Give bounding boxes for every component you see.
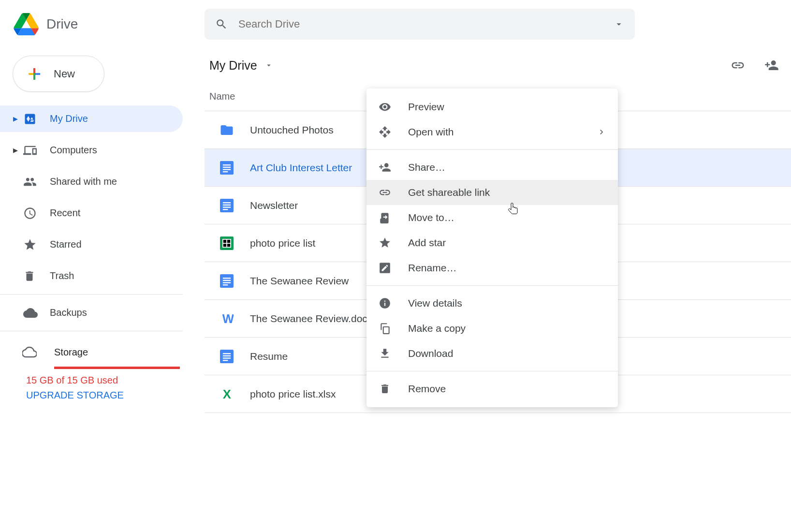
breadcrumb-row: My Drive — [205, 48, 791, 82]
search-icon — [215, 18, 228, 30]
drive-logo-icon — [14, 13, 39, 35]
sidebar-item-label: Starred — [50, 239, 82, 250]
sidebar-item-label: Recent — [50, 207, 80, 219]
ctx-open-with[interactable]: Open with — [366, 119, 618, 145]
ctx-share[interactable]: Share… — [366, 155, 618, 180]
svg-rect-12 — [223, 278, 231, 279]
sidebar-item-my-drive[interactable]: ▶ My Drive — [0, 105, 183, 132]
breadcrumb[interactable]: My Drive — [209, 59, 273, 73]
star-icon — [379, 236, 391, 249]
ctx-label: Move to… — [408, 212, 454, 223]
dropdown-icon[interactable] — [614, 19, 624, 30]
trash-icon — [23, 270, 36, 282]
ctx-get-link[interactable]: Get shareable link — [366, 180, 618, 205]
svg-rect-21 — [223, 360, 228, 361]
sidebar-item-label: Shared with me — [50, 176, 117, 187]
ctx-move-to[interactable]: Move to… — [366, 205, 618, 230]
sidebar-item-label: My Drive — [50, 113, 88, 124]
file-name: The Sewanee Review.doc — [250, 313, 367, 325]
ctx-label: Make a copy — [408, 323, 466, 334]
context-menu: Preview Open with Share… Get shareable l… — [366, 89, 618, 407]
excel-icon: X — [219, 387, 234, 401]
ctx-preview[interactable]: Preview — [366, 94, 618, 119]
info-icon — [379, 297, 391, 310]
svg-rect-4 — [223, 171, 228, 172]
ctx-label: View details — [408, 297, 462, 309]
doc-icon — [219, 199, 234, 212]
search-bar[interactable] — [205, 9, 635, 40]
ctx-add-star[interactable]: Add star — [366, 230, 618, 255]
link-icon — [379, 186, 391, 199]
ctx-label: Remove — [408, 383, 446, 395]
expand-icon[interactable]: ▶ — [13, 147, 18, 154]
svg-rect-7 — [223, 204, 231, 205]
upgrade-storage-link[interactable]: UPGRADE STORAGE — [26, 390, 183, 401]
ctx-rename[interactable]: Rename… — [366, 255, 618, 281]
star-icon — [23, 238, 37, 251]
new-button-label: New — [54, 68, 75, 80]
link-icon[interactable] — [731, 58, 745, 73]
sidebar-item-storage[interactable]: Storage — [0, 345, 183, 359]
person-add-icon[interactable] — [764, 58, 779, 73]
file-name: Art Club Interest Letter — [250, 162, 352, 174]
sidebar-item-backups[interactable]: Backups — [0, 299, 183, 326]
ctx-label: Share… — [408, 162, 445, 173]
svg-rect-20 — [223, 357, 231, 358]
ctx-download[interactable]: Download — [366, 341, 618, 366]
ctx-label: Open with — [408, 126, 454, 138]
svg-rect-1 — [223, 164, 231, 165]
svg-rect-14 — [223, 282, 231, 283]
doc-icon — [219, 161, 234, 175]
folder-move-icon — [379, 211, 391, 224]
file-name: The Sewanee Review — [250, 275, 349, 287]
svg-rect-6 — [223, 202, 231, 203]
sidebar-item-recent[interactable]: Recent — [0, 200, 183, 226]
doc-icon — [219, 350, 234, 363]
logo-area[interactable]: Drive — [14, 13, 205, 35]
doc-icon — [219, 274, 234, 288]
plus-icon — [26, 65, 43, 83]
chevron-right-icon — [597, 127, 606, 137]
file-name: photo price list.xlsx — [250, 388, 336, 400]
trash-icon — [379, 383, 391, 395]
svg-text:X: X — [223, 387, 231, 401]
svg-rect-13 — [223, 280, 231, 281]
ctx-label: Get shareable link — [408, 187, 490, 198]
storage-label: Storage — [54, 347, 88, 358]
new-button[interactable]: New — [13, 56, 104, 92]
open-with-icon — [379, 126, 391, 138]
sidebar-item-shared[interactable]: Shared with me — [0, 168, 183, 195]
download-icon — [379, 347, 391, 360]
svg-rect-2 — [223, 166, 231, 167]
person-add-icon — [379, 161, 391, 174]
svg-rect-24 — [383, 327, 389, 334]
toolbar — [731, 58, 786, 73]
svg-rect-18 — [223, 353, 231, 354]
cloud-outline-icon — [22, 345, 37, 359]
clock-icon — [23, 207, 37, 220]
edit-icon — [379, 262, 391, 274]
sheet-icon — [219, 236, 234, 250]
ctx-label: Download — [408, 348, 453, 359]
nav-list: ▶ My Drive ▶ Computers Shared with me Re… — [0, 105, 183, 289]
svg-text:W: W — [222, 312, 234, 325]
header: Drive — [0, 0, 791, 48]
storage-block: Storage 15 GB of 15 GB used UPGRADE STOR… — [0, 336, 183, 401]
ctx-label: Preview — [408, 101, 444, 113]
svg-rect-3 — [223, 169, 231, 170]
eye-icon — [379, 101, 391, 113]
search-input[interactable] — [238, 18, 614, 30]
dropdown-icon[interactable] — [264, 61, 273, 70]
sidebar-item-computers[interactable]: ▶ Computers — [0, 137, 183, 163]
sidebar-item-trash[interactable]: Trash — [0, 263, 183, 289]
ctx-remove[interactable]: Remove — [366, 376, 618, 401]
sidebar: New ▶ My Drive ▶ Computers Shared with m… — [0, 48, 183, 401]
ctx-label: Add star — [408, 237, 446, 249]
svg-rect-8 — [223, 207, 231, 207]
ctx-label: Rename… — [408, 262, 456, 274]
sidebar-item-starred[interactable]: Starred — [0, 231, 183, 258]
ctx-view-details[interactable]: View details — [366, 291, 618, 316]
sidebar-item-label: Trash — [50, 270, 74, 281]
ctx-make-copy[interactable]: Make a copy — [366, 316, 618, 341]
expand-icon[interactable]: ▶ — [13, 115, 18, 122]
